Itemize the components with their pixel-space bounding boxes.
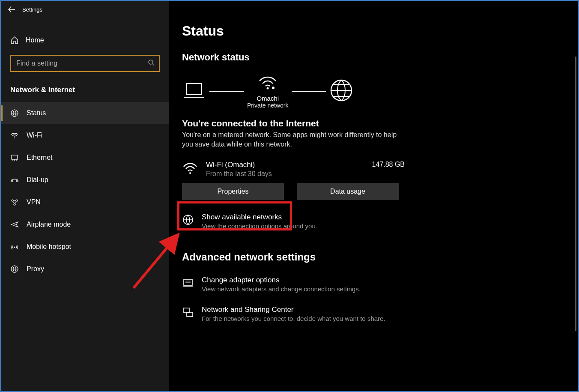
globe-icon (182, 213, 202, 227)
laptop-icon (182, 81, 206, 102)
link-title: Change adapter options (202, 276, 361, 284)
sidebar-item-label: Airplane mode (27, 221, 71, 228)
sidebar-item-label: Status (27, 109, 46, 117)
sidebar-item-proxy[interactable]: Proxy (1, 258, 169, 280)
globe-icon (329, 78, 353, 104)
hotspot-icon (10, 242, 27, 251)
search-input[interactable] (10, 55, 160, 72)
svg-point-10 (14, 247, 15, 248)
adapter-icon (182, 276, 202, 290)
sidebar-item-label: Wi-Fi (27, 132, 42, 139)
sidebar-item-label: Proxy (27, 265, 44, 273)
wifi-icon (182, 161, 206, 177)
back-arrow-icon (8, 6, 15, 13)
link-title: Network and Sharing Center (202, 305, 385, 314)
proxy-icon (10, 265, 27, 273)
sidebar-item-label: VPN (27, 198, 41, 206)
wifi-icon (10, 131, 27, 140)
svg-rect-20 (187, 312, 193, 317)
connection-status-msg: You're on a metered network. Some apps m… (182, 130, 405, 150)
link-subtitle: For the networks you connect to, decide … (202, 315, 385, 322)
status-icon (10, 109, 27, 117)
network-sharing-center-link[interactable]: Network and Sharing Center For the netwo… (182, 305, 565, 322)
home-icon (10, 36, 26, 45)
connection-status-title: You're connected to the Internet (182, 118, 565, 129)
svg-point-9 (14, 203, 15, 205)
sidebar-item-airplane[interactable]: Airplane mode (1, 213, 169, 236)
svg-rect-19 (183, 308, 189, 312)
svg-point-3 (14, 138, 15, 138)
data-usage-button[interactable]: Data usage (297, 183, 399, 200)
svg-point-14 (272, 87, 275, 89)
change-adapter-options-link[interactable]: Change adapter options View network adap… (182, 276, 565, 293)
back-button[interactable] (1, 1, 22, 18)
link-title: Show available networks (202, 213, 317, 221)
page-title: Status (182, 23, 565, 39)
connector-line (209, 91, 244, 92)
sidebar-category: Network & Internet (1, 80, 169, 102)
svg-rect-4 (12, 155, 18, 159)
airplane-icon (10, 220, 27, 229)
network-usage: 147.88 GB (372, 161, 405, 168)
svg-rect-12 (186, 84, 202, 95)
network-period: From the last 30 days (206, 170, 372, 178)
diagram-network-type: Private network (247, 102, 288, 109)
link-subtitle: View the connection options around you. (202, 222, 317, 230)
dialup-icon (10, 176, 27, 184)
scrollbar[interactable] (575, 57, 576, 331)
show-available-networks-link[interactable]: Show available networks View the connect… (182, 213, 565, 230)
section-title: Network status (182, 52, 565, 63)
main-content: Status Network status Omachi Private net… (169, 1, 578, 391)
sidebar: Home Network & Internet Status Wi-Fi Eth… (1, 18, 169, 391)
sidebar-item-label: Ethernet (27, 154, 52, 162)
svg-rect-6 (16, 180, 18, 182)
diagram-network-name: Omachi (247, 95, 288, 102)
sidebar-item-ethernet[interactable]: Ethernet (1, 147, 169, 169)
sidebar-item-wifi[interactable]: Wi-Fi (1, 124, 169, 147)
window-title: Settings (22, 6, 42, 13)
wifi-diagram-icon (257, 84, 278, 92)
sharing-icon (182, 305, 202, 320)
properties-button[interactable]: Properties (182, 183, 284, 200)
svg-point-16 (189, 172, 191, 174)
home-label: Home (26, 36, 44, 44)
advanced-section-title: Advanced network settings (182, 251, 565, 263)
svg-point-13 (267, 87, 269, 90)
sidebar-item-hotspot[interactable]: Mobile hotspot (1, 236, 169, 258)
network-name: Wi-Fi (Omachi) (206, 161, 372, 169)
link-subtitle: View network adapters and change connect… (202, 285, 361, 293)
connector-line (292, 91, 326, 92)
sidebar-item-label: Mobile hotspot (27, 243, 71, 251)
svg-rect-18 (184, 279, 192, 285)
sidebar-item-vpn[interactable]: VPN (1, 191, 169, 213)
sidebar-item-status[interactable]: Status (1, 102, 169, 124)
ethernet-icon (10, 153, 27, 162)
svg-rect-5 (11, 180, 13, 182)
sidebar-item-label: Dial-up (27, 176, 48, 184)
sidebar-item-dialup[interactable]: Dial-up (1, 169, 169, 191)
home-button[interactable]: Home (1, 30, 169, 51)
vpn-icon (10, 198, 27, 206)
network-diagram: Omachi Private network (182, 73, 565, 109)
